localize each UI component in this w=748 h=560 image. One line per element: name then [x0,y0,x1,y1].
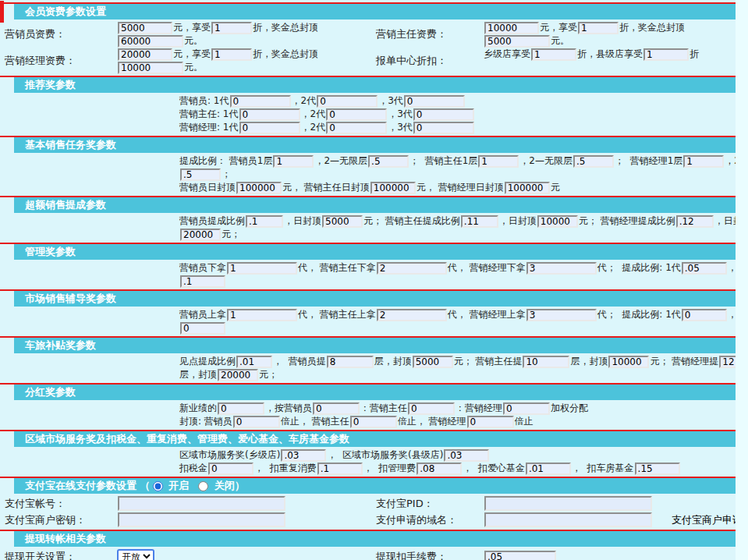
param-input[interactable] [444,449,489,462]
param-input[interactable] [118,22,172,34]
param-input[interactable] [281,449,326,462]
field-label: 营销员资费： [5,21,117,48]
param-input[interactable] [313,402,360,415]
section-content: 营销员下拿代， 营销主任下拿代， 营销经理下拿代； 提成比例: 1代， 2代， … [0,260,736,289]
param-input[interactable] [578,22,619,34]
param-input[interactable] [413,356,453,368]
param-input[interactable] [239,122,300,134]
param-input[interactable] [408,402,455,415]
param-input[interactable] [118,48,172,61]
param-input[interactable] [327,356,374,368]
param-input[interactable] [273,155,314,168]
param-input[interactable] [370,182,416,194]
param-input[interactable] [236,182,282,194]
param-input[interactable] [484,551,556,560]
field-text: 折，奖金总封顶 [253,22,318,33]
param-input[interactable] [368,155,409,168]
param-input[interactable] [461,215,498,228]
param-input[interactable] [236,356,272,368]
param-input[interactable] [326,122,387,134]
param-input[interactable] [377,262,447,275]
param-input[interactable] [484,496,652,511]
param-input[interactable] [526,309,597,321]
param-input[interactable] [180,168,221,181]
param-input[interactable] [180,322,225,335]
param-input[interactable] [413,108,474,121]
param-input[interactable] [719,356,736,368]
param-input[interactable] [233,416,280,428]
field-text: ，3代 [378,95,403,106]
param-input[interactable] [118,35,183,48]
param-input[interactable] [230,95,291,108]
param-input[interactable] [503,402,550,415]
field-text: ，日封顶 [284,215,321,226]
param-input[interactable] [484,22,539,34]
param-input[interactable] [676,215,714,228]
param-input[interactable] [211,48,252,61]
param-input[interactable] [118,496,285,511]
withdraw-switch-select[interactable]: 开放 [117,549,154,560]
param-input[interactable] [682,309,727,321]
param-input[interactable] [484,512,652,527]
param-input[interactable] [246,215,283,228]
param-input[interactable] [180,275,225,288]
param-input[interactable] [218,369,258,381]
param-input[interactable] [478,155,519,168]
param-input[interactable] [531,48,576,61]
section-title: 区域市场服务奖及扣税金、重复消费、管理费、爱心基金、车房基金参数 [25,432,349,446]
param-input[interactable] [635,463,680,475]
field-text: ，2代 [292,95,317,106]
param-input[interactable] [413,122,474,134]
alipay-merchant-apply-link[interactable]: 支付宝商户申请 [672,513,736,526]
param-input[interactable] [118,62,183,74]
param-line: 元； [0,228,736,241]
field-text: 元， 营销经理日封顶 [417,182,504,193]
param-input[interactable] [211,22,252,34]
field-value: 元，享受折，奖金总封顶元。 [484,21,736,48]
field-label: 提现扣手续费： [376,550,484,560]
alipay-on-radio[interactable] [153,481,163,491]
param-input[interactable] [526,463,571,475]
section-header-regional-service-award-deductions: 区域市场服务奖及扣税金、重复消费、管理费、爱心基金、车房基金参数 [14,431,736,447]
param-input[interactable] [208,463,253,475]
field-value: 元，享受折，奖金总封顶元。 [117,48,376,74]
param-input[interactable] [326,108,387,121]
param-input[interactable] [118,512,285,527]
param-input[interactable] [417,463,462,475]
param-input[interactable] [377,309,447,321]
param-input[interactable] [537,215,578,228]
section-dividend-award: 分红奖参数新业绩的，按营销员：营销主任：营销经理加权分配封顶: 营销员倍止， 营… [0,383,736,430]
param-input[interactable] [227,262,297,275]
field-label: 支付宝PID： [376,497,484,511]
param-input[interactable] [682,262,727,275]
alipay-off-radio[interactable] [198,481,208,491]
param-input[interactable] [467,416,514,428]
param-input[interactable] [683,155,724,168]
param-input[interactable] [218,402,264,415]
param-input[interactable] [180,229,221,241]
field-text: 营销员提成比例 [179,215,245,226]
param-input[interactable] [523,356,569,368]
param-input[interactable] [505,182,550,194]
param-input[interactable] [526,262,597,275]
param-input[interactable] [239,108,300,121]
param-input[interactable] [484,35,550,48]
section-content: 见点提成比例， 营销员提层，封顶元； 营销主任提层，封顶元； 营销经理提层，封顶… [0,353,736,383]
param-line: 区域市场服务奖(乡级店)， 区域市场服务奖(县级店) [0,448,736,462]
section-header-management-award: 管理奖参数 [14,244,736,260]
param-input[interactable] [573,155,614,168]
field-text: ， 扣重复消费 [254,463,317,473]
param-input[interactable] [322,215,363,228]
section-basic-sales-task-award: 基本销售任务奖参数提成比例： 营销员1层，2—无限层； 营销主任1层，2—无限层… [0,136,736,196]
field-text: 层，封顶 [179,369,217,380]
param-input[interactable] [317,463,363,475]
param-input[interactable] [404,95,465,108]
param-input[interactable] [350,416,397,428]
corner-mark [0,1,4,23]
param-input[interactable] [227,309,297,321]
param-input[interactable] [608,356,649,368]
field-text: 代； 提成比例: 1代 [597,309,681,320]
param-input[interactable] [317,95,378,108]
param-input[interactable] [643,48,689,61]
field-text: 新业绩的 [179,402,217,413]
